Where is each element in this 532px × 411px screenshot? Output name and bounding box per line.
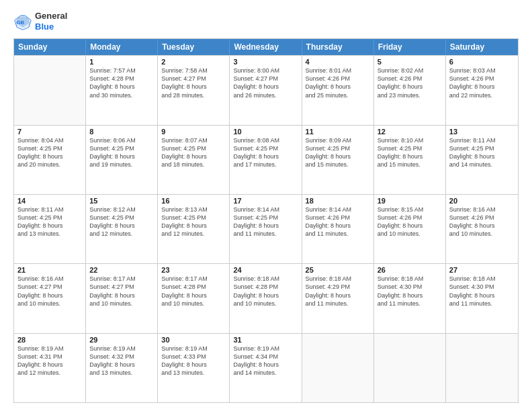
cell-info-line: Sunrise: 8:06 AM: [89, 136, 154, 144]
logo-text: General Blue: [35, 11, 67, 32]
calendar-cell-19: 19Sunrise: 8:15 AMSunset: 4:26 PMDayligh…: [374, 195, 446, 263]
cell-info-line: Daylight: 8 hours: [89, 83, 154, 91]
cell-info-line: Daylight: 8 hours: [17, 361, 82, 369]
calendar-cell-11: 11Sunrise: 8:09 AMSunset: 4:25 PMDayligh…: [302, 126, 374, 194]
day-number: 30: [161, 336, 226, 344]
day-number: 22: [89, 266, 154, 274]
cell-info-line: Daylight: 8 hours: [449, 152, 515, 161]
cell-info-line: Sunrise: 8:19 AM: [89, 345, 154, 353]
cell-info-line: Daylight: 8 hours: [233, 222, 298, 230]
cell-info-line: Sunrise: 8:18 AM: [233, 275, 298, 283]
cell-info-line: Daylight: 8 hours: [233, 291, 298, 300]
calendar-cell-15: 15Sunrise: 8:12 AMSunset: 4:25 PMDayligh…: [86, 195, 158, 263]
day-number: 7: [17, 128, 82, 136]
cell-info-line: and 15 minutes.: [378, 161, 442, 169]
weekday-header-monday: Monday: [86, 39, 158, 55]
calendar-cell-empty: [374, 334, 446, 402]
page: GB General Blue SundayMondayTuesdayWedne…: [0, 0, 532, 411]
day-number: 26: [378, 266, 442, 274]
cell-info-line: Sunset: 4:30 PM: [449, 283, 515, 291]
calendar-row-1: 1Sunrise: 7:57 AMSunset: 4:28 PMDaylight…: [14, 55, 518, 124]
cell-info-line: Daylight: 8 hours: [449, 222, 515, 230]
cell-info-line: Daylight: 8 hours: [449, 291, 515, 300]
calendar-cell-31: 31Sunrise: 8:19 AMSunset: 4:34 PMDayligh…: [230, 334, 302, 402]
calendar-cell-18: 18Sunrise: 8:14 AMSunset: 4:26 PMDayligh…: [302, 195, 374, 263]
cell-info-line: Daylight: 8 hours: [233, 83, 298, 91]
cell-info-line: Daylight: 8 hours: [233, 361, 298, 369]
cell-info-line: Sunrise: 8:19 AM: [17, 345, 82, 353]
cell-info-line: Sunset: 4:25 PM: [449, 144, 515, 152]
cell-info-line: and 12 minutes.: [161, 230, 226, 238]
cell-info-line: Daylight: 8 hours: [378, 222, 442, 230]
calendar-header: SundayMondayTuesdayWednesdayThursdayFrid…: [14, 39, 518, 55]
day-number: 14: [17, 197, 82, 205]
cell-info-line: Sunset: 4:31 PM: [17, 353, 82, 361]
calendar-cell-25: 25Sunrise: 8:18 AMSunset: 4:29 PMDayligh…: [302, 264, 374, 332]
day-number: 5: [378, 58, 442, 66]
calendar-cell-28: 28Sunrise: 8:19 AMSunset: 4:31 PMDayligh…: [14, 334, 86, 402]
cell-info-line: Sunrise: 8:02 AM: [378, 66, 442, 75]
cell-info-line: Sunrise: 8:07 AM: [161, 136, 226, 144]
cell-info-line: Daylight: 8 hours: [161, 361, 226, 369]
cell-info-line: Sunrise: 8:17 AM: [89, 275, 154, 283]
calendar-cell-1: 1Sunrise: 7:57 AMSunset: 4:28 PMDaylight…: [86, 56, 158, 124]
calendar-row-3: 14Sunrise: 8:11 AMSunset: 4:25 PMDayligh…: [14, 194, 518, 263]
weekday-header-tuesday: Tuesday: [158, 39, 230, 55]
day-number: 10: [233, 128, 298, 136]
cell-info-line: and 13 minutes.: [17, 230, 82, 238]
cell-info-line: Sunset: 4:25 PM: [89, 214, 154, 222]
cell-info-line: Sunrise: 8:15 AM: [378, 205, 442, 214]
day-number: 2: [161, 58, 226, 66]
day-number: 20: [449, 197, 515, 205]
weekday-header-friday: Friday: [374, 39, 446, 55]
cell-info-line: Daylight: 8 hours: [306, 291, 370, 300]
cell-info-line: Daylight: 8 hours: [233, 152, 298, 161]
day-number: 28: [17, 336, 82, 344]
calendar-cell-20: 20Sunrise: 8:16 AMSunset: 4:26 PMDayligh…: [446, 195, 518, 263]
cell-info-line: Sunrise: 7:57 AM: [89, 66, 154, 75]
calendar-cell-8: 8Sunrise: 8:06 AMSunset: 4:25 PMDaylight…: [86, 126, 158, 194]
cell-info-line: Daylight: 8 hours: [306, 83, 370, 91]
cell-info-line: Sunrise: 8:18 AM: [449, 275, 515, 283]
cell-info-line: and 10 minutes.: [378, 230, 442, 238]
cell-info-line: Sunset: 4:30 PM: [378, 283, 442, 291]
day-number: 18: [306, 197, 370, 205]
calendar-cell-23: 23Sunrise: 8:17 AMSunset: 4:28 PMDayligh…: [158, 264, 230, 332]
cell-info-line: Sunset: 4:25 PM: [233, 144, 298, 152]
cell-info-line: Sunrise: 8:10 AM: [378, 136, 442, 144]
day-number: 6: [449, 58, 515, 66]
day-number: 13: [449, 128, 515, 136]
cell-info-line: and 11 minutes.: [233, 230, 298, 238]
cell-info-line: and 11 minutes.: [306, 230, 370, 238]
day-number: 16: [161, 197, 226, 205]
calendar-cell-16: 16Sunrise: 8:13 AMSunset: 4:25 PMDayligh…: [158, 195, 230, 263]
cell-info-line: Sunrise: 8:19 AM: [161, 345, 226, 353]
day-number: 27: [449, 266, 515, 274]
cell-info-line: Sunset: 4:26 PM: [306, 75, 370, 83]
cell-info-line: Sunrise: 8:04 AM: [17, 136, 82, 144]
cell-info-line: Sunset: 4:26 PM: [449, 214, 515, 222]
cell-info-line: Daylight: 8 hours: [161, 152, 226, 161]
cell-info-line: Sunset: 4:25 PM: [233, 214, 298, 222]
cell-info-line: and 14 minutes.: [449, 161, 515, 169]
cell-info-line: Sunset: 4:25 PM: [17, 144, 82, 152]
cell-info-line: Sunrise: 8:08 AM: [233, 136, 298, 144]
cell-info-line: Sunrise: 8:09 AM: [306, 136, 370, 144]
day-number: 24: [233, 266, 298, 274]
cell-info-line: Sunrise: 8:13 AM: [161, 205, 226, 214]
cell-info-line: and 17 minutes.: [233, 161, 298, 169]
cell-info-line: and 10 minutes.: [89, 300, 154, 308]
cell-info-line: Sunrise: 7:58 AM: [161, 66, 226, 75]
cell-info-line: Daylight: 8 hours: [449, 83, 515, 91]
calendar-body: 1Sunrise: 7:57 AMSunset: 4:28 PMDaylight…: [14, 55, 518, 402]
calendar-cell-empty: [446, 334, 518, 402]
cell-info-line: Sunset: 4:25 PM: [378, 144, 442, 152]
logo-blue: Blue: [35, 21, 54, 32]
cell-info-line: Sunrise: 8:14 AM: [233, 205, 298, 214]
cell-info-line: Daylight: 8 hours: [378, 291, 442, 300]
cell-info-line: Sunrise: 8:11 AM: [449, 136, 515, 144]
weekday-header-sunday: Sunday: [14, 39, 86, 55]
cell-info-line: Daylight: 8 hours: [161, 291, 226, 300]
cell-info-line: Sunset: 4:28 PM: [233, 283, 298, 291]
cell-info-line: Sunrise: 8:16 AM: [17, 275, 82, 283]
